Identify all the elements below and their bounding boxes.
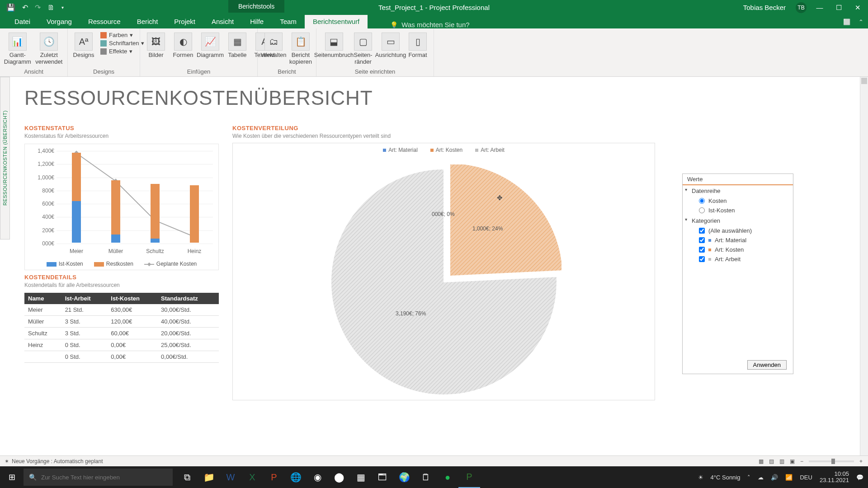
view-shortcut-2[interactable]: ▤ xyxy=(769,458,774,465)
notepad-icon[interactable]: 🗒 xyxy=(415,466,437,488)
app-icon-3[interactable]: 🌍 xyxy=(393,466,415,488)
datenreihe-heading[interactable]: Datenreihe xyxy=(683,185,793,196)
view-shortcut-1[interactable]: ▦ xyxy=(759,458,764,465)
tabelle-button[interactable]: ▦Tabelle xyxy=(225,31,250,61)
tray-chevron-icon[interactable]: ˄ xyxy=(747,474,750,481)
ausricht-button[interactable]: ▭Ausrichtung xyxy=(378,31,403,61)
check-alle-input[interactable] xyxy=(699,228,705,234)
radio-ist-input[interactable] xyxy=(699,207,705,213)
tab-ressource[interactable]: Ressource xyxy=(80,15,129,28)
save-icon[interactable]: 💾 xyxy=(6,3,15,12)
weather-text[interactable]: 4°C Sonnig xyxy=(711,474,741,481)
kategorien-heading[interactable]: Kategorien xyxy=(683,215,793,226)
close-button[interactable]: ✕ xyxy=(852,4,863,12)
undo-icon[interactable]: ↶ xyxy=(22,3,28,12)
designs-button[interactable]: AªDesigns xyxy=(71,31,96,61)
chrome-icon[interactable]: ◉ xyxy=(307,466,328,488)
schrift-button[interactable]: Schriftarten ▾ xyxy=(100,40,144,47)
verwalten-button[interactable]: 🗂Verwalten xyxy=(261,31,286,61)
explorer-icon[interactable]: 📁 xyxy=(198,466,220,488)
pie-chart[interactable]: Art: Material Art: Kosten Art: Arbeit xyxy=(232,143,655,400)
table-row[interactable]: Schultz3 Std.60,00€20,00€/Std. xyxy=(24,328,219,339)
zoom-out-icon[interactable]: − xyxy=(800,458,803,465)
radio-kosten[interactable]: Kosten xyxy=(683,196,793,206)
app-icon-1[interactable]: ▦ xyxy=(350,466,372,488)
view-shortcut-3[interactable]: ▥ xyxy=(779,458,784,465)
scroll-thumb[interactable] xyxy=(861,78,867,84)
tab-team[interactable]: Team xyxy=(272,15,305,28)
table-row[interactable]: Müller3 Std.120,00€40,00€/Std. xyxy=(24,316,219,328)
raender-button[interactable]: ▢Seiten-ränder xyxy=(350,31,376,67)
radio-ist[interactable]: Ist-Kosten xyxy=(683,206,793,215)
details-table[interactable]: NameIst-ArbeitIst-KostenStandardsatz Mei… xyxy=(24,293,219,363)
project-icon[interactable]: P xyxy=(458,466,480,488)
radio-kosten-input[interactable] xyxy=(699,198,705,204)
check-arbeit[interactable]: Art: Arbeit xyxy=(683,254,793,264)
apply-button[interactable]: Anwenden xyxy=(747,360,787,370)
minimize-button[interactable]: — xyxy=(814,4,826,11)
tab-ansicht[interactable]: Ansicht xyxy=(203,15,242,28)
diagramm-button[interactable]: 📈Diagramm xyxy=(198,31,222,61)
tab-projekt[interactable]: Projekt xyxy=(166,15,203,28)
spotify-icon[interactable]: ● xyxy=(437,466,458,488)
volume-icon[interactable]: 🔊 xyxy=(771,474,778,481)
tab-berichtsentwurf[interactable]: Berichtsentwurf xyxy=(305,15,368,28)
user-name[interactable]: Tobias Becker xyxy=(743,4,786,11)
obs-icon[interactable]: ⬤ xyxy=(328,466,350,488)
app-icon-2[interactable]: 🗔 xyxy=(372,466,393,488)
ribbon-collapse-icon[interactable]: ⌃ xyxy=(859,19,863,25)
maximize-button[interactable]: ☐ xyxy=(833,4,844,12)
search-box[interactable]: 🔍 xyxy=(24,469,173,486)
table-row[interactable]: 0 Std.0,00€0,00€/Std. xyxy=(24,351,219,363)
check-alle[interactable]: (Alle auswählen) xyxy=(683,226,793,235)
zoom-in-icon[interactable]: + xyxy=(859,458,863,465)
tab-hilfe[interactable]: Hilfe xyxy=(242,15,272,28)
kostenstatus-chart[interactable]: Ist-Kosten Restkosten Geplante Kosten 00… xyxy=(24,144,219,270)
table-row[interactable]: Meier21 Std.630,00€30,00€/Std. xyxy=(24,304,219,316)
check-material-input[interactable] xyxy=(699,237,705,243)
notifications-icon[interactable]: 💬 xyxy=(856,474,863,481)
umbruch-button[interactable]: ⬓Seitenumbruch xyxy=(320,31,348,61)
onedrive-icon[interactable]: ☁ xyxy=(758,474,764,481)
tell-me[interactable]: 💡Was möchten Sie tun? xyxy=(390,21,469,28)
tab-vorgang[interactable]: Vorgang xyxy=(38,15,80,28)
farben-button[interactable]: Farben ▾ xyxy=(100,32,144,38)
avatar[interactable]: TB xyxy=(796,2,807,13)
task-view-icon[interactable]: ⧉ xyxy=(176,466,198,488)
view-shortcut-4[interactable]: ▣ xyxy=(790,458,795,465)
search-input[interactable] xyxy=(41,474,167,481)
wifi-icon[interactable]: 📶 xyxy=(785,474,793,481)
recent-button[interactable]: 🕓Zuletzt verwendet xyxy=(34,31,64,67)
format-button[interactable]: ▯Format xyxy=(406,31,430,61)
tab-datei[interactable]: Datei xyxy=(6,15,38,28)
report-canvas[interactable]: RESSOURCENKOSTENÜBERSICHT KOSTENSTATUS K… xyxy=(11,77,863,471)
bilder-button[interactable]: 🖼Bilder xyxy=(144,31,168,61)
check-material[interactable]: Art: Material xyxy=(683,235,793,245)
doc-icon[interactable]: 🗎 xyxy=(47,4,55,12)
clock[interactable]: 10:05 23.11.2021 xyxy=(820,471,849,484)
powerpoint-icon[interactable]: P xyxy=(263,466,285,488)
vertical-scrollbar[interactable] xyxy=(860,77,868,463)
redo-icon[interactable]: ↷ xyxy=(35,3,41,12)
gantt-button[interactable]: 📊Gantt-Diagramm xyxy=(4,31,32,67)
formen-button[interactable]: ◐Formen xyxy=(171,31,195,61)
start-button[interactable]: ⊞ xyxy=(0,466,24,488)
edge-icon[interactable]: 🌐 xyxy=(285,466,307,488)
tab-bericht[interactable]: Bericht xyxy=(129,15,166,28)
table-row[interactable]: Heinz0 Std.0,00€25,00€/Std. xyxy=(24,339,219,351)
pie-legend-material: Art: Material xyxy=(388,147,418,153)
check-kosten[interactable]: Art: Kosten xyxy=(683,245,793,254)
tool-tab[interactable]: Berichtstools xyxy=(228,0,284,13)
check-arbeit-input[interactable] xyxy=(699,256,705,262)
lang-indicator[interactable]: DEU xyxy=(800,474,812,481)
effekte-button[interactable]: Effekte ▾ xyxy=(100,48,144,55)
qat-dropdown-icon[interactable]: ▾ xyxy=(61,5,64,10)
weather-icon[interactable]: ☀ xyxy=(698,474,703,481)
check-kosten-input[interactable] xyxy=(699,247,705,253)
word-icon[interactable]: W xyxy=(220,466,241,488)
vertical-tab[interactable]: RESSOURCENKOSTEN (ÜBERSICHT) xyxy=(0,77,10,239)
ribbon-display-icon[interactable]: ⬜ xyxy=(843,19,850,25)
excel-icon[interactable]: X xyxy=(241,466,263,488)
kopieren-button[interactable]: 📋Bericht kopieren xyxy=(288,31,313,67)
zoom-slider[interactable] xyxy=(809,460,854,462)
